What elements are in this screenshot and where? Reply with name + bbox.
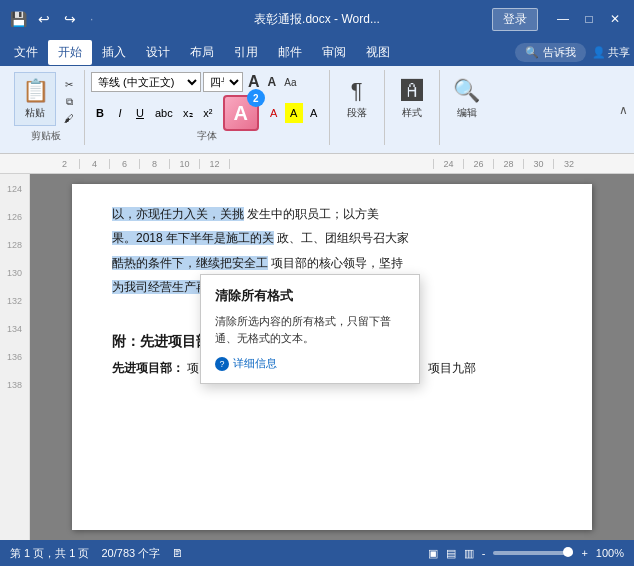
clipboard-small-buttons: ✂ ⧉ 🖌 bbox=[60, 72, 78, 131]
strikethrough-button[interactable]: abc bbox=[151, 103, 177, 123]
help-icon: ? bbox=[215, 357, 229, 371]
menu-references[interactable]: 引用 bbox=[224, 40, 268, 65]
view-normal[interactable]: ▣ bbox=[428, 547, 438, 560]
paste-icon: 📋 bbox=[22, 78, 49, 104]
share-button[interactable]: 👤 共享 bbox=[592, 45, 630, 60]
tooltip-link[interactable]: ? 详细信息 bbox=[215, 356, 405, 371]
ruler-mark bbox=[230, 159, 434, 169]
login-button[interactable]: 登录 bbox=[492, 8, 538, 31]
highlight-color-button[interactable]: A bbox=[285, 103, 303, 123]
save-icon[interactable]: 💾 bbox=[8, 9, 28, 29]
font-group: 等线 (中文正文) 四号 A A Aa B I U abc x₂ x² bbox=[85, 70, 330, 145]
font-color-button[interactable]: A bbox=[265, 103, 283, 123]
ruler-mark: 6 bbox=[110, 159, 140, 169]
zoom-slider[interactable] bbox=[493, 551, 573, 555]
separator: · bbox=[90, 12, 93, 26]
superscript-button[interactable]: x² bbox=[199, 103, 217, 123]
font-name-select[interactable]: 等线 (中文正文) bbox=[91, 72, 201, 92]
underline-button[interactable]: U bbox=[131, 103, 149, 123]
styles-label: 样式 bbox=[402, 106, 422, 120]
share-label: 共享 bbox=[608, 45, 630, 60]
menu-view[interactable]: 视图 bbox=[356, 40, 400, 65]
doc-subheading-label: 先进项目部： bbox=[112, 361, 184, 375]
doc-paragraph-3: 酷热的条件下，继续把安全工 项目部的核心领导，坚持 bbox=[112, 253, 552, 273]
maximize-button[interactable]: □ bbox=[578, 8, 600, 30]
close-button[interactable]: ✕ bbox=[604, 8, 626, 30]
styles-group: 🅰 样式 bbox=[385, 70, 440, 145]
doc-paragraph-2: 果。2018 年下半年是施工的关 政、工、团组织号召大家 bbox=[112, 228, 552, 248]
window-title: 表彰通报.docx - Word... bbox=[254, 11, 380, 28]
ruler-mark: 26 bbox=[464, 159, 494, 169]
ribbon-collapse-button[interactable]: ∧ bbox=[619, 103, 628, 117]
menu-mailings[interactable]: 邮件 bbox=[268, 40, 312, 65]
clipboard-label: 剪贴板 bbox=[8, 129, 84, 143]
title-bar: 💾 ↩ ↪ · 表彰通报.docx - Word... 登录 — □ ✕ bbox=[0, 0, 634, 38]
ruler-mark: 24 bbox=[434, 159, 464, 169]
ruler-mark: 30 bbox=[524, 159, 554, 169]
menu-insert[interactable]: 插入 bbox=[92, 40, 136, 65]
italic-button[interactable]: I bbox=[111, 103, 129, 123]
ruler-mark: 4 bbox=[80, 159, 110, 169]
edit-icon: 🔍 bbox=[453, 78, 480, 104]
paragraph-icon: ¶ bbox=[351, 78, 363, 104]
zoom-thumb bbox=[563, 547, 573, 557]
clear-format-badge: 2 bbox=[247, 89, 265, 107]
font-size-decrease[interactable]: A bbox=[265, 74, 280, 90]
page-info: 第 1 页，共 1 页 bbox=[10, 546, 89, 561]
document-area: 124 126 128 130 132 134 136 138 以，亦现任力入关… bbox=[0, 174, 634, 540]
window-controls: — □ ✕ bbox=[552, 8, 626, 30]
bold-button[interactable]: B bbox=[91, 103, 109, 123]
subscript-button[interactable]: x₂ bbox=[179, 103, 197, 123]
font-color2-button[interactable]: A bbox=[305, 103, 323, 123]
layout-icon-1[interactable]: 🖹 bbox=[172, 547, 183, 559]
tooltip-body: 清除所选内容的所有格式，只留下普通、无格式的文本。 bbox=[215, 313, 405, 346]
font-group-label: 字体 bbox=[85, 129, 329, 143]
menu-bar: 文件 开始 插入 设计 布局 引用 邮件 审阅 视图 🔍 告诉我 👤 共享 bbox=[0, 38, 634, 66]
menu-review[interactable]: 审阅 bbox=[312, 40, 356, 65]
zoom-minus[interactable]: - bbox=[482, 547, 486, 559]
styles-icon: 🅰 bbox=[401, 78, 423, 104]
paragraph-button[interactable]: ¶ 段落 bbox=[336, 72, 378, 126]
format-painter-button[interactable]: 🖌 bbox=[60, 111, 78, 127]
edit-button[interactable]: 🔍 编辑 bbox=[446, 72, 488, 126]
clear-format-area: A 2 bbox=[223, 95, 259, 131]
zoom-plus[interactable]: + bbox=[581, 547, 587, 559]
clear-format-button[interactable]: A 2 bbox=[223, 95, 259, 131]
clear-format-icon: A bbox=[234, 102, 248, 125]
word-count: 20/783 个字 bbox=[101, 546, 160, 561]
view-web[interactable]: ▥ bbox=[464, 547, 474, 560]
tell-me-search[interactable]: 🔍 告诉我 bbox=[515, 43, 586, 62]
doc-text-highlighted: 以，亦现任力入关，关挑 bbox=[112, 207, 244, 221]
menu-layout[interactable]: 布局 bbox=[180, 40, 224, 65]
change-case-btn[interactable]: Aa bbox=[281, 76, 299, 89]
doc-text-1: 发生中的职员工；以方美 bbox=[247, 207, 379, 221]
view-reading[interactable]: ▤ bbox=[446, 547, 456, 560]
tooltip-popup: 清除所有格式 清除所选内容的所有格式，只留下普通、无格式的文本。 ? 详细信息 bbox=[200, 274, 420, 384]
doc-text-3: 项目部的核心领导，坚持 bbox=[271, 256, 403, 270]
redo-icon[interactable]: ↪ bbox=[60, 9, 80, 29]
styles-button[interactable]: 🅰 样式 bbox=[391, 72, 433, 126]
tooltip-link-label: 详细信息 bbox=[233, 356, 277, 371]
paste-button[interactable]: 📋 粘贴 bbox=[14, 72, 56, 126]
clipboard-group: 📋 粘贴 ✂ ⧉ 🖌 剪贴板 bbox=[8, 70, 85, 145]
search-icon: 🔍 bbox=[525, 46, 539, 59]
cut-button[interactable]: ✂ bbox=[60, 77, 78, 93]
minimize-button[interactable]: — bbox=[552, 8, 574, 30]
doc-text-highlighted-3: 酷热的条件下，继续把安全工 bbox=[112, 256, 268, 270]
ruler-mark: 2 bbox=[50, 159, 80, 169]
doc-text-highlighted-2: 果。2018 年下半年是施工的关 bbox=[112, 231, 274, 245]
ruler-mark: 28 bbox=[494, 159, 524, 169]
zoom-percent: 100% bbox=[596, 547, 624, 559]
status-bar: 第 1 页，共 1 页 20/783 个字 🖹 ▣ ▤ ▥ - + 100% bbox=[0, 540, 634, 566]
font-size-select[interactable]: 四号 bbox=[203, 72, 243, 92]
menu-home[interactable]: 开始 bbox=[48, 40, 92, 65]
ruler: 2 4 6 8 10 12 24 26 28 30 32 bbox=[0, 154, 634, 174]
menu-design[interactable]: 设计 bbox=[136, 40, 180, 65]
share-icon: 👤 bbox=[592, 46, 606, 59]
status-right: ▣ ▤ ▥ - + 100% bbox=[428, 547, 624, 560]
line-numbers: 124 126 128 130 132 134 136 138 bbox=[0, 174, 30, 540]
menu-file[interactable]: 文件 bbox=[4, 40, 48, 65]
undo-icon[interactable]: ↩ bbox=[34, 9, 54, 29]
copy-button[interactable]: ⧉ bbox=[60, 94, 78, 110]
ruler-mark: 8 bbox=[140, 159, 170, 169]
